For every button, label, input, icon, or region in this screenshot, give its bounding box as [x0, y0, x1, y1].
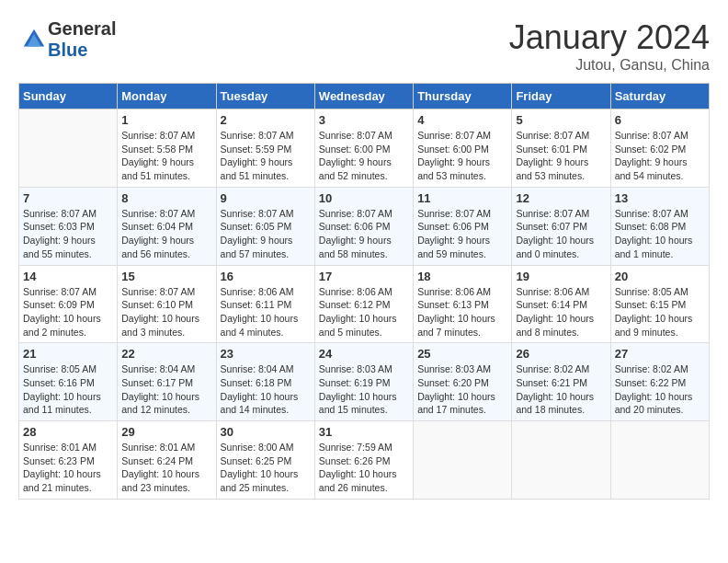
calendar-day-cell: 10Sunrise: 8:07 AMSunset: 6:06 PMDayligh… [314, 187, 413, 265]
day-info: Sunrise: 8:02 AMSunset: 6:21 PMDaylight:… [516, 362, 606, 417]
weekday-header-cell: Thursday [414, 84, 512, 109]
day-info: Sunrise: 8:04 AMSunset: 6:18 PMDaylight:… [221, 362, 311, 417]
day-number: 5 [516, 113, 606, 127]
calendar-week-row: 28Sunrise: 8:01 AMSunset: 6:23 PMDayligh… [19, 421, 710, 500]
calendar-day-cell: 12Sunrise: 8:07 AMSunset: 6:07 PMDayligh… [512, 187, 610, 265]
day-number: 16 [221, 270, 311, 283]
calendar-day-cell: 13Sunrise: 8:07 AMSunset: 6:08 PMDayligh… [610, 187, 709, 265]
day-number: 3 [319, 113, 409, 127]
day-info: Sunrise: 8:07 AMSunset: 6:04 PMDaylight:… [121, 207, 211, 261]
day-number: 9 [221, 191, 311, 205]
calendar-day-cell: 1Sunrise: 8:07 AMSunset: 5:58 PMDaylight… [118, 109, 216, 188]
calendar-day-cell: 14Sunrise: 8:07 AMSunset: 6:09 PMDayligh… [19, 265, 118, 343]
calendar-body: 1Sunrise: 8:07 AMSunset: 5:58 PMDaylight… [19, 109, 710, 500]
calendar-day-cell: 28Sunrise: 8:01 AMSunset: 6:23 PMDayligh… [19, 421, 118, 500]
logo-text-general: General [48, 18, 116, 39]
calendar-day-cell: 11Sunrise: 8:07 AMSunset: 6:06 PMDayligh… [414, 187, 512, 265]
day-info: Sunrise: 8:07 AMSunset: 6:08 PMDaylight:… [615, 207, 705, 261]
day-info: Sunrise: 8:05 AMSunset: 6:16 PMDaylight:… [23, 362, 113, 417]
day-info: Sunrise: 8:07 AMSunset: 5:59 PMDaylight:… [221, 129, 311, 183]
day-info: Sunrise: 8:06 AMSunset: 6:12 PMDaylight:… [319, 285, 409, 339]
location-title: Jutou, Gansu, China [509, 57, 710, 74]
day-number: 4 [417, 113, 507, 127]
logo-icon [20, 26, 48, 53]
calendar-day-cell: 22Sunrise: 8:04 AMSunset: 6:17 PMDayligh… [118, 343, 216, 421]
calendar-day-cell: 25Sunrise: 8:03 AMSunset: 6:20 PMDayligh… [414, 343, 512, 421]
weekday-header-cell: Saturday [610, 84, 709, 109]
day-info: Sunrise: 8:07 AMSunset: 6:01 PMDaylight:… [516, 129, 606, 183]
day-info: Sunrise: 8:06 AMSunset: 6:11 PMDaylight:… [221, 285, 311, 339]
logo-text-blue: Blue [48, 40, 87, 60]
day-number: 31 [319, 425, 409, 439]
calendar-day-cell: 5Sunrise: 8:07 AMSunset: 6:01 PMDaylight… [512, 109, 610, 188]
calendar-day-cell: 16Sunrise: 8:06 AMSunset: 6:11 PMDayligh… [216, 265, 314, 343]
day-info: Sunrise: 8:07 AMSunset: 6:07 PMDaylight:… [516, 207, 606, 261]
day-info: Sunrise: 8:07 AMSunset: 6:06 PMDaylight:… [319, 207, 409, 261]
day-number: 12 [516, 191, 606, 205]
day-number: 23 [221, 347, 311, 361]
weekday-header-row: SundayMondayTuesdayWednesdayThursdayFrid… [19, 84, 710, 109]
day-number: 10 [319, 191, 409, 205]
day-number: 7 [23, 191, 113, 205]
calendar-week-row: 1Sunrise: 8:07 AMSunset: 5:58 PMDaylight… [19, 109, 710, 188]
calendar-table: SundayMondayTuesdayWednesdayThursdayFrid… [18, 83, 710, 500]
calendar-day-cell: 9Sunrise: 8:07 AMSunset: 6:05 PMDaylight… [216, 187, 314, 265]
day-number: 11 [417, 191, 507, 205]
day-number: 1 [121, 113, 211, 127]
day-number: 27 [615, 347, 705, 361]
calendar-day-cell: 20Sunrise: 8:05 AMSunset: 6:15 PMDayligh… [610, 265, 709, 343]
day-number: 25 [417, 347, 507, 361]
calendar-week-row: 7Sunrise: 8:07 AMSunset: 6:03 PMDaylight… [19, 187, 710, 265]
calendar-day-cell: 19Sunrise: 8:06 AMSunset: 6:14 PMDayligh… [512, 265, 610, 343]
day-number: 2 [221, 113, 311, 127]
calendar-day-cell: 31Sunrise: 7:59 AMSunset: 6:26 PMDayligh… [314, 421, 413, 500]
day-number: 14 [23, 270, 113, 283]
page-header: General Blue January 2024 Jutou, Gansu, … [18, 18, 710, 74]
day-info: Sunrise: 8:07 AMSunset: 6:02 PMDaylight:… [615, 129, 705, 183]
day-number: 29 [121, 425, 211, 439]
day-info: Sunrise: 8:00 AMSunset: 6:25 PMDaylight:… [221, 441, 311, 495]
calendar-day-cell: 27Sunrise: 8:02 AMSunset: 6:22 PMDayligh… [610, 343, 709, 421]
day-info: Sunrise: 7:59 AMSunset: 6:26 PMDaylight:… [319, 441, 409, 495]
day-number: 13 [615, 191, 705, 205]
day-info: Sunrise: 8:07 AMSunset: 6:09 PMDaylight:… [23, 285, 113, 339]
calendar-day-cell: 29Sunrise: 8:01 AMSunset: 6:24 PMDayligh… [118, 421, 216, 500]
weekday-header-cell: Wednesday [314, 84, 413, 109]
calendar-day-cell: 15Sunrise: 8:07 AMSunset: 6:10 PMDayligh… [118, 265, 216, 343]
day-info: Sunrise: 8:01 AMSunset: 6:24 PMDaylight:… [121, 441, 211, 495]
day-number: 18 [417, 270, 507, 283]
day-info: Sunrise: 8:07 AMSunset: 5:58 PMDaylight:… [121, 129, 211, 183]
day-info: Sunrise: 8:03 AMSunset: 6:19 PMDaylight:… [319, 362, 409, 417]
calendar-day-cell: 6Sunrise: 8:07 AMSunset: 6:02 PMDaylight… [610, 109, 709, 188]
title-section: January 2024 Jutou, Gansu, China [509, 18, 710, 74]
day-info: Sunrise: 8:07 AMSunset: 6:05 PMDaylight:… [221, 207, 311, 261]
day-number: 30 [221, 425, 311, 439]
day-number: 20 [615, 270, 705, 283]
day-number: 15 [121, 270, 211, 283]
day-number: 22 [121, 347, 211, 361]
month-title: January 2024 [509, 18, 710, 57]
weekday-header-cell: Sunday [19, 84, 118, 109]
calendar-day-cell: 17Sunrise: 8:06 AMSunset: 6:12 PMDayligh… [314, 265, 413, 343]
calendar-day-cell: 30Sunrise: 8:00 AMSunset: 6:25 PMDayligh… [216, 421, 314, 500]
weekday-header-cell: Monday [118, 84, 216, 109]
day-info: Sunrise: 8:03 AMSunset: 6:20 PMDaylight:… [417, 362, 507, 417]
day-number: 21 [23, 347, 113, 361]
day-info: Sunrise: 8:07 AMSunset: 6:06 PMDaylight:… [417, 207, 507, 261]
calendar-week-row: 14Sunrise: 8:07 AMSunset: 6:09 PMDayligh… [19, 265, 710, 343]
calendar-day-cell [414, 421, 512, 500]
calendar-day-cell: 2Sunrise: 8:07 AMSunset: 5:59 PMDaylight… [216, 109, 314, 188]
day-info: Sunrise: 8:02 AMSunset: 6:22 PMDaylight:… [615, 362, 705, 417]
day-number: 6 [615, 113, 705, 127]
day-info: Sunrise: 8:07 AMSunset: 6:00 PMDaylight:… [319, 129, 409, 183]
logo: General Blue [18, 18, 116, 61]
day-number: 24 [319, 347, 409, 361]
day-info: Sunrise: 8:06 AMSunset: 6:14 PMDaylight:… [516, 285, 606, 339]
calendar-day-cell [610, 421, 709, 500]
day-info: Sunrise: 8:06 AMSunset: 6:13 PMDaylight:… [417, 285, 507, 339]
calendar-day-cell: 24Sunrise: 8:03 AMSunset: 6:19 PMDayligh… [314, 343, 413, 421]
day-info: Sunrise: 8:01 AMSunset: 6:23 PMDaylight:… [23, 441, 113, 495]
calendar-day-cell: 21Sunrise: 8:05 AMSunset: 6:16 PMDayligh… [19, 343, 118, 421]
day-info: Sunrise: 8:05 AMSunset: 6:15 PMDaylight:… [615, 285, 705, 339]
day-number: 17 [319, 270, 409, 283]
